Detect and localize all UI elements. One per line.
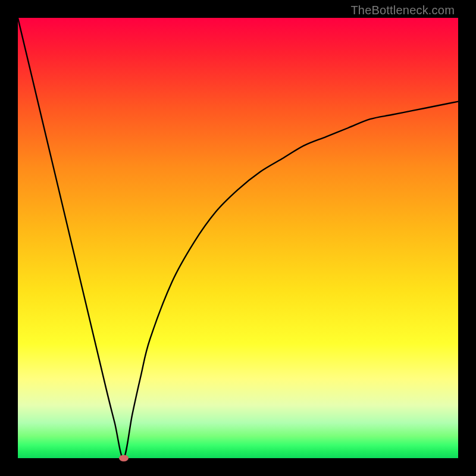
minimum-marker [119,455,129,462]
chart-frame: TheBottleneck.com [0,0,476,476]
attribution-text: TheBottleneck.com [350,4,455,17]
bottleneck-curve [18,18,458,458]
plot-area [18,18,458,458]
